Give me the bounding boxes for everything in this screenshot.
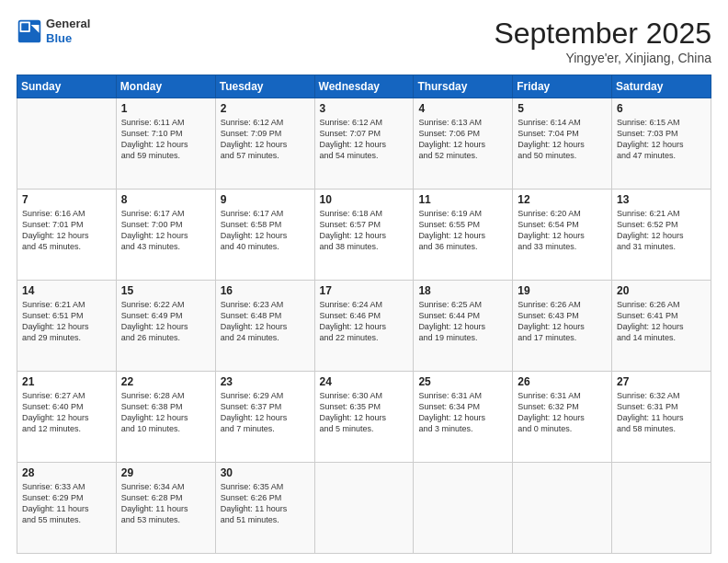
page: General Blue September 2025 Yingye'er, X…: [0, 0, 728, 563]
calendar-cell: [414, 463, 513, 554]
calendar-cell: [513, 463, 612, 554]
day-number: 17: [320, 284, 409, 297]
svg-rect-3: [21, 23, 28, 30]
day-info: Sunrise: 6:32 AM Sunset: 6:31 PM Dayligh…: [617, 390, 706, 435]
calendar-cell: 9Sunrise: 6:17 AM Sunset: 6:58 PM Daylig…: [215, 190, 314, 281]
calendar-cell: 8Sunrise: 6:17 AM Sunset: 7:00 PM Daylig…: [116, 190, 215, 281]
calendar-week-3: 14Sunrise: 6:21 AM Sunset: 6:51 PM Dayli…: [17, 281, 711, 372]
logo-blue: Blue: [46, 31, 90, 46]
day-number: 30: [221, 466, 310, 479]
col-header-thursday: Thursday: [414, 75, 513, 98]
day-info: Sunrise: 6:17 AM Sunset: 7:00 PM Dayligh…: [121, 208, 210, 253]
day-number: 3: [320, 102, 409, 115]
day-info: Sunrise: 6:28 AM Sunset: 6:38 PM Dayligh…: [121, 390, 210, 435]
day-info: Sunrise: 6:12 AM Sunset: 7:09 PM Dayligh…: [221, 117, 310, 162]
day-number: 26: [518, 375, 607, 388]
col-header-monday: Monday: [116, 75, 215, 98]
calendar-cell: 13Sunrise: 6:21 AM Sunset: 6:52 PM Dayli…: [612, 190, 711, 281]
calendar-cell: 2Sunrise: 6:12 AM Sunset: 7:09 PM Daylig…: [215, 98, 314, 190]
title-block: September 2025 Yingye'er, Xinjiang, Chin…: [494, 17, 711, 65]
calendar-cell: 19Sunrise: 6:26 AM Sunset: 6:43 PM Dayli…: [513, 281, 612, 372]
day-info: Sunrise: 6:31 AM Sunset: 6:34 PM Dayligh…: [418, 390, 507, 435]
day-number: 9: [221, 193, 310, 206]
day-number: 28: [22, 466, 111, 479]
col-header-saturday: Saturday: [612, 75, 711, 98]
col-header-friday: Friday: [513, 75, 612, 98]
calendar-cell: 12Sunrise: 6:20 AM Sunset: 6:54 PM Dayli…: [513, 190, 612, 281]
day-number: 24: [320, 375, 409, 388]
day-number: 7: [22, 193, 111, 206]
calendar-cell: 20Sunrise: 6:26 AM Sunset: 6:41 PM Dayli…: [612, 281, 711, 372]
day-info: Sunrise: 6:13 AM Sunset: 7:06 PM Dayligh…: [418, 117, 507, 162]
day-info: Sunrise: 6:35 AM Sunset: 6:26 PM Dayligh…: [221, 481, 310, 526]
header: General Blue September 2025 Yingye'er, X…: [17, 17, 711, 65]
day-info: Sunrise: 6:17 AM Sunset: 6:58 PM Dayligh…: [221, 208, 310, 253]
day-info: Sunrise: 6:25 AM Sunset: 6:44 PM Dayligh…: [418, 299, 507, 344]
day-number: 22: [121, 375, 210, 388]
calendar-cell: [17, 98, 117, 190]
calendar-cell: 6Sunrise: 6:15 AM Sunset: 7:03 PM Daylig…: [612, 98, 711, 190]
day-info: Sunrise: 6:26 AM Sunset: 6:41 PM Dayligh…: [617, 299, 706, 344]
day-number: 8: [121, 193, 210, 206]
col-header-tuesday: Tuesday: [215, 75, 314, 98]
day-info: Sunrise: 6:34 AM Sunset: 6:28 PM Dayligh…: [121, 481, 210, 526]
day-info: Sunrise: 6:29 AM Sunset: 6:37 PM Dayligh…: [221, 390, 310, 435]
day-number: 12: [518, 193, 607, 206]
day-info: Sunrise: 6:12 AM Sunset: 7:07 PM Dayligh…: [320, 117, 409, 162]
calendar-cell: 7Sunrise: 6:16 AM Sunset: 7:01 PM Daylig…: [17, 190, 117, 281]
day-number: 10: [320, 193, 409, 206]
calendar-cell: 23Sunrise: 6:29 AM Sunset: 6:37 PM Dayli…: [215, 372, 314, 463]
day-info: Sunrise: 6:26 AM Sunset: 6:43 PM Dayligh…: [518, 299, 607, 344]
day-number: 19: [518, 284, 607, 297]
day-info: Sunrise: 6:21 AM Sunset: 6:51 PM Dayligh…: [22, 299, 111, 344]
logo-general: General: [46, 17, 90, 31]
day-number: 2: [221, 102, 310, 115]
calendar-cell: 25Sunrise: 6:31 AM Sunset: 6:34 PM Dayli…: [414, 372, 513, 463]
day-number: 25: [418, 375, 507, 388]
day-number: 15: [121, 284, 210, 297]
calendar-week-1: 1Sunrise: 6:11 AM Sunset: 7:10 PM Daylig…: [17, 98, 711, 190]
calendar-cell: 17Sunrise: 6:24 AM Sunset: 6:46 PM Dayli…: [314, 281, 414, 372]
day-number: 4: [418, 102, 507, 115]
day-info: Sunrise: 6:21 AM Sunset: 6:52 PM Dayligh…: [617, 208, 706, 253]
calendar-cell: 21Sunrise: 6:27 AM Sunset: 6:40 PM Dayli…: [17, 372, 117, 463]
day-number: 16: [221, 284, 310, 297]
calendar-week-4: 21Sunrise: 6:27 AM Sunset: 6:40 PM Dayli…: [17, 372, 711, 463]
day-number: 29: [121, 466, 210, 479]
day-info: Sunrise: 6:18 AM Sunset: 6:57 PM Dayligh…: [320, 208, 409, 253]
month-title: September 2025: [494, 17, 711, 51]
day-info: Sunrise: 6:30 AM Sunset: 6:35 PM Dayligh…: [320, 390, 409, 435]
day-info: Sunrise: 6:24 AM Sunset: 6:46 PM Dayligh…: [320, 299, 409, 344]
col-header-sunday: Sunday: [17, 75, 117, 98]
day-info: Sunrise: 6:20 AM Sunset: 6:54 PM Dayligh…: [518, 208, 607, 253]
col-header-wednesday: Wednesday: [314, 75, 414, 98]
day-number: 23: [221, 375, 310, 388]
calendar-cell: 30Sunrise: 6:35 AM Sunset: 6:26 PM Dayli…: [215, 463, 314, 554]
logo-icon: [17, 18, 42, 44]
calendar-cell: 16Sunrise: 6:23 AM Sunset: 6:48 PM Dayli…: [215, 281, 314, 372]
calendar-cell: 10Sunrise: 6:18 AM Sunset: 6:57 PM Dayli…: [314, 190, 414, 281]
calendar-cell: [314, 463, 414, 554]
logo-text: General Blue: [46, 17, 90, 45]
calendar-cell: 22Sunrise: 6:28 AM Sunset: 6:38 PM Dayli…: [116, 372, 215, 463]
calendar-header-row: SundayMondayTuesdayWednesdayThursdayFrid…: [17, 75, 711, 98]
day-info: Sunrise: 6:14 AM Sunset: 7:04 PM Dayligh…: [518, 117, 607, 162]
day-number: 21: [22, 375, 111, 388]
day-number: 27: [617, 375, 706, 388]
day-number: 6: [617, 102, 706, 115]
calendar-cell: 3Sunrise: 6:12 AM Sunset: 7:07 PM Daylig…: [314, 98, 414, 190]
calendar-cell: 24Sunrise: 6:30 AM Sunset: 6:35 PM Dayli…: [314, 372, 414, 463]
day-number: 1: [121, 102, 210, 115]
day-info: Sunrise: 6:15 AM Sunset: 7:03 PM Dayligh…: [617, 117, 706, 162]
day-info: Sunrise: 6:23 AM Sunset: 6:48 PM Dayligh…: [221, 299, 310, 344]
day-number: 5: [518, 102, 607, 115]
day-number: 14: [22, 284, 111, 297]
calendar-week-5: 28Sunrise: 6:33 AM Sunset: 6:29 PM Dayli…: [17, 463, 711, 554]
day-info: Sunrise: 6:16 AM Sunset: 7:01 PM Dayligh…: [22, 208, 111, 253]
calendar-cell: 15Sunrise: 6:22 AM Sunset: 6:49 PM Dayli…: [116, 281, 215, 372]
calendar-cell: 18Sunrise: 6:25 AM Sunset: 6:44 PM Dayli…: [414, 281, 513, 372]
calendar-cell: 5Sunrise: 6:14 AM Sunset: 7:04 PM Daylig…: [513, 98, 612, 190]
day-info: Sunrise: 6:11 AM Sunset: 7:10 PM Dayligh…: [121, 117, 210, 162]
calendar-cell: 28Sunrise: 6:33 AM Sunset: 6:29 PM Dayli…: [17, 463, 117, 554]
calendar-cell: 14Sunrise: 6:21 AM Sunset: 6:51 PM Dayli…: [17, 281, 117, 372]
